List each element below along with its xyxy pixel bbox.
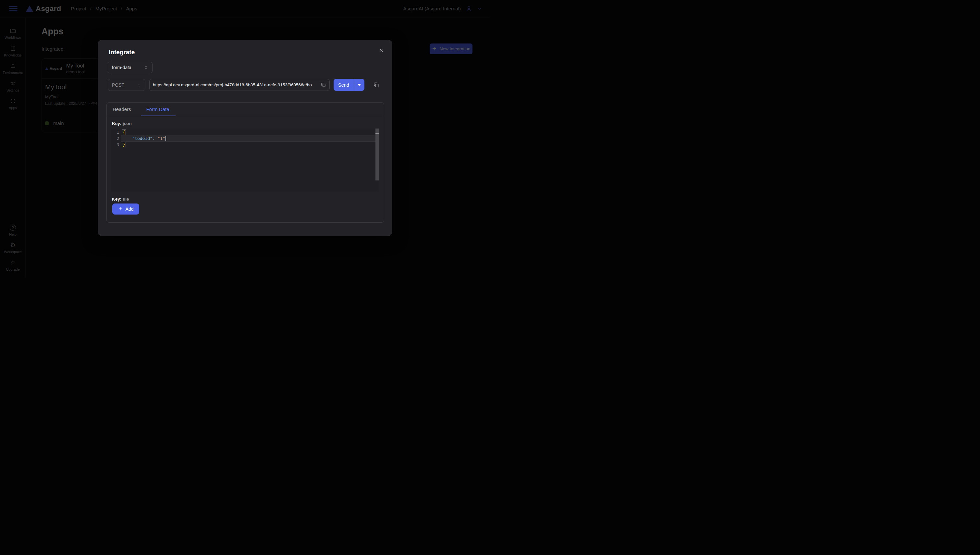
json-key-label: Key: json bbox=[112, 121, 132, 126]
copy-url-icon[interactable] bbox=[320, 82, 326, 88]
colon-token: : bbox=[152, 136, 158, 141]
json-value-token: "1" bbox=[158, 136, 165, 141]
copy-request-icon[interactable] bbox=[373, 82, 380, 88]
send-button[interactable]: Send bbox=[334, 79, 364, 91]
select-chevrons-icon bbox=[137, 82, 141, 88]
request-url-value: https://api.dev.asgard-ai.com/ns/proj-b4… bbox=[153, 82, 320, 87]
code-line-1: 1 { bbox=[111, 129, 379, 135]
add-label: Add bbox=[126, 207, 134, 212]
method-select[interactable]: POST bbox=[108, 79, 146, 91]
caret-down-icon bbox=[357, 84, 361, 86]
file-key-label: Key: file bbox=[112, 197, 129, 202]
send-options-dropdown[interactable] bbox=[354, 84, 364, 86]
indent bbox=[122, 136, 132, 141]
tab-form-data[interactable]: Form Data bbox=[146, 106, 170, 112]
select-chevrons-icon bbox=[144, 65, 148, 70]
integrate-modal: Integrate form-data POST https://api.dev… bbox=[98, 40, 392, 236]
line-number: 1 bbox=[111, 130, 119, 135]
code-line-2: 2 "todoId" : "1" bbox=[111, 135, 379, 141]
tab-bar: Headers Form Data bbox=[107, 103, 384, 116]
request-body-panel: Headers Form Data Key: json 1 { 2 "todoI… bbox=[106, 102, 384, 223]
active-tab-underline bbox=[141, 115, 176, 116]
code-line-3: 3 } bbox=[111, 141, 379, 148]
method-value: POST bbox=[112, 82, 124, 88]
json-code-editor[interactable]: 1 { 2 "todoId" : "1" 3 } bbox=[111, 128, 379, 191]
close-icon[interactable] bbox=[377, 46, 386, 55]
json-key-name: json bbox=[123, 121, 132, 126]
modal-title: Integrate bbox=[109, 49, 135, 56]
send-label: Send bbox=[334, 82, 354, 88]
body-type-value: form-data bbox=[112, 65, 131, 70]
tab-headers[interactable]: Headers bbox=[113, 106, 131, 112]
request-url-input[interactable]: https://api.dev.asgard-ai.com/ns/proj-b4… bbox=[149, 79, 330, 91]
body-type-select[interactable]: form-data bbox=[108, 62, 152, 73]
plus-icon bbox=[118, 207, 123, 212]
close-brace-token: } bbox=[122, 142, 126, 148]
line-number: 2 bbox=[111, 136, 119, 141]
file-key-name: file bbox=[123, 197, 129, 202]
open-brace-token: { bbox=[122, 130, 126, 135]
text-cursor bbox=[165, 136, 166, 141]
add-file-button[interactable]: Add bbox=[112, 204, 139, 215]
line-number: 3 bbox=[111, 142, 119, 147]
json-key-token: "todoId" bbox=[132, 136, 152, 141]
